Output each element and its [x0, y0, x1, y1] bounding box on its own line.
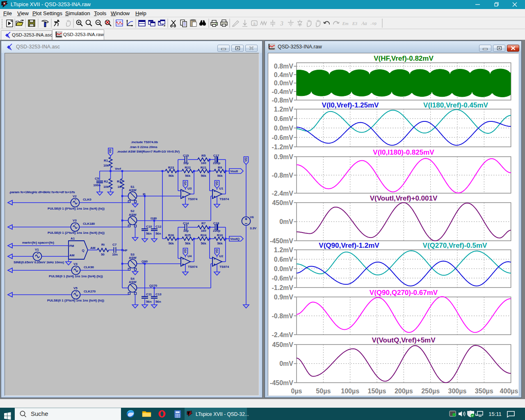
svg-text:R7: R7 [201, 221, 206, 225]
svg-text:Suche: Suche [31, 410, 48, 417]
svg-text:10µ: 10µ [183, 229, 189, 233]
svg-text:mark={fe} space={fe}: mark={fe} space={fe} [22, 241, 54, 244]
svg-text:V(I180,Vref)-0.45mV: V(I180,Vref)-0.45mV [423, 101, 488, 109]
svg-text:250µs: 250µs [421, 388, 440, 395]
svg-text:I180: I180 [151, 217, 157, 220]
svg-text:VD: VD [215, 249, 219, 253]
svg-text:R21: R21 [201, 166, 207, 169]
svg-text:AM: AM [90, 246, 96, 250]
svg-text:-0.4mV: -0.4mV [272, 88, 294, 95]
svg-text:a: a [253, 21, 256, 26]
svg-text:0.8mV: 0.8mV [274, 63, 293, 70]
svg-text:400µs: 400µs [500, 388, 518, 395]
svg-text:TS974: TS974 [188, 197, 198, 201]
svg-text:V(Q90,Q270)-0.67mV: V(Q90,Q270)-0.67mV [370, 289, 438, 297]
svg-text:VD: VD [244, 157, 248, 162]
svg-text:R26: R26 [168, 233, 174, 237]
svg-text:C10: C10 [146, 225, 152, 228]
svg-text:56k: 56k [217, 174, 223, 178]
svg-text:3: 3 [280, 20, 283, 27]
svg-text:56n: 56n [155, 232, 161, 235]
svg-text:AM: AM [69, 253, 75, 257]
svg-text:V6: V6 [250, 215, 254, 219]
svg-text:C7: C7 [112, 243, 117, 247]
svg-text:R5: R5 [201, 154, 206, 158]
svg-text:PULSE(0 1 {2*ts/4} 1ns 1ns {ts: PULSE(0 1 {2*ts/4} 1ns 1ns {ts/4} {ts}) [48, 231, 105, 235]
svg-text:0.9mV: 0.9mV [274, 153, 293, 160]
svg-text:0.6mV: 0.6mV [274, 115, 293, 122]
svg-text:CLK90: CLK90 [84, 265, 94, 269]
svg-text:SINE(0.65mV 0.35mV 1kHz 10ms): SINE(0.65mV 0.35mV 1kHz 10ms) [14, 260, 64, 264]
svg-text:C17: C17 [213, 154, 219, 158]
svg-text:V(VoutQ,Vref)+5mV: V(VoutQ,Vref)+5mV [372, 336, 436, 344]
svg-text:LTspice XVII - QSD-32...: LTspice XVII - QSD-32... [196, 411, 249, 417]
svg-text:V3: V3 [73, 219, 77, 222]
svg-text:0mV: 0mV [279, 218, 293, 225]
svg-text:56n: 56n [155, 300, 161, 304]
svg-text:-450mV: -450mV [270, 237, 293, 244]
svg-text:3.3V: 3.3V [250, 226, 257, 230]
svg-text:160: 160 [201, 229, 206, 233]
svg-text:56k: 56k [168, 242, 174, 245]
svg-text:56k: 56k [217, 242, 223, 245]
svg-text:VD: VD [183, 181, 187, 185]
svg-text:100µs: 100µs [341, 388, 359, 395]
svg-text:R1: R1 [104, 159, 108, 162]
svg-text:10k: 10k [103, 185, 109, 189]
svg-text:Aa: Aa [361, 21, 367, 26]
svg-text:ASW: ASW [129, 188, 137, 192]
svg-text:C12: C12 [155, 225, 162, 228]
svg-text:PULSE(0 1 {0*ts/4} 1ns 1ns {ts: PULSE(0 1 {0*ts/4} 1ns 1ns {ts/4} {ts}) [48, 207, 105, 210]
svg-text:10µ: 10µ [183, 161, 189, 165]
svg-text:56k: 56k [168, 174, 174, 178]
svg-text:50: 50 [101, 253, 105, 256]
svg-text:VoutQ: VoutQ [230, 237, 240, 241]
svg-text:56k: 56k [185, 242, 191, 245]
svg-text:-1.2mV: -1.2mV [272, 284, 294, 291]
svg-text:V2: V2 [73, 194, 77, 198]
svg-text:10k: 10k [103, 164, 109, 167]
svg-text:150µs: 150µs [368, 388, 386, 395]
svg-text:-0.8mV: -0.8mV [272, 313, 294, 320]
svg-text:C14: C14 [183, 221, 189, 225]
svg-text:-2.4mV: -2.4mV [272, 331, 294, 338]
svg-text:V(I0,Vref)-1.25mV: V(I0,Vref)-1.25mV [322, 101, 379, 109]
svg-text:U4: U4 [187, 254, 192, 258]
svg-text:56k: 56k [185, 174, 191, 178]
svg-text:HF: HF [123, 249, 128, 252]
svg-text:0.0mV: 0.0mV [274, 125, 293, 132]
svg-text:0mV: 0mV [279, 360, 293, 367]
svg-text:U1: U1 [219, 187, 224, 190]
svg-text:220p: 220p [213, 161, 220, 165]
svg-text:TS974: TS974 [188, 265, 198, 269]
svg-text:R2: R2 [104, 180, 108, 183]
svg-text:U3: U3 [187, 187, 192, 190]
svg-text:.model ASW SW(Ron=7 Roff=1G Vt: .model ASW SW(Ron=7 Roff=1G Vt=0.5V) [117, 150, 180, 153]
svg-text:C13: C13 [155, 292, 162, 296]
svg-text:-0.6mV: -0.6mV [272, 134, 294, 141]
svg-text:.op: .op [370, 22, 377, 26]
svg-text:56k: 56k [201, 242, 206, 245]
svg-text:C15: C15 [183, 154, 189, 158]
svg-text:-450mV: -450mV [270, 379, 293, 386]
svg-text:ASW: ASW [129, 280, 137, 284]
svg-text:V(VoutI,Vref)+0.001V: V(VoutI,Vref)+0.001V [370, 194, 438, 202]
svg-text:1k: 1k [117, 185, 121, 189]
svg-text:-1.2mV: -1.2mV [272, 144, 294, 151]
svg-text:R3: R3 [117, 180, 121, 183]
svg-text:A1: A1 [71, 237, 75, 240]
svg-text:PULSE(0 1 {3*ts/4} 1ns 1ns {ts: PULSE(0 1 {3*ts/4} 1ns 1ns {ts/4} {ts}) [47, 299, 104, 302]
svg-text:-0.8mV: -0.8mV [272, 172, 294, 179]
svg-text:-0.6mV: -0.6mV [272, 275, 294, 282]
svg-text:VD: VD [215, 181, 219, 185]
svg-text:V(I0,I180)-0.825mV: V(I0,I180)-0.825mV [373, 148, 434, 156]
svg-text:0.9mV: 0.9mV [274, 294, 293, 301]
svg-text:Q90: Q90 [142, 260, 148, 263]
svg-text:160: 160 [201, 161, 206, 165]
svg-text:-0.8mV: -0.8mV [272, 97, 294, 104]
svg-text:0.6mV: 0.6mV [274, 256, 293, 263]
svg-text:R10: R10 [217, 233, 223, 237]
svg-text:0.4mV: 0.4mV [274, 71, 293, 78]
svg-text:10n: 10n [112, 253, 118, 256]
svg-text:ASW: ASW [129, 256, 137, 260]
